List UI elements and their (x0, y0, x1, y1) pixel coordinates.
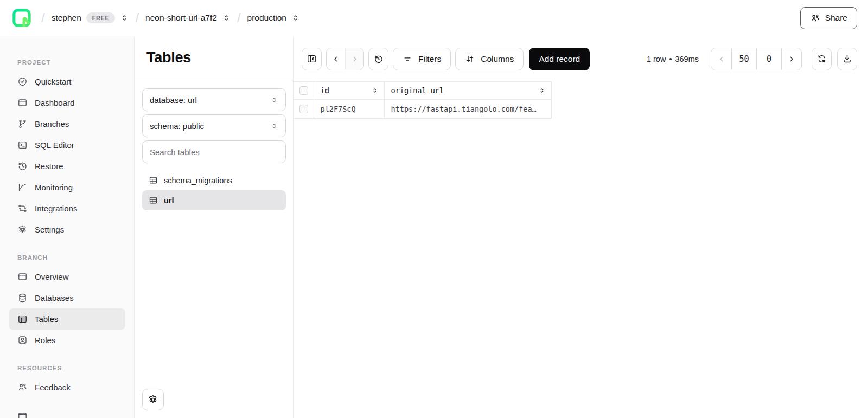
back-button[interactable] (327, 48, 345, 70)
sidebar-item-databases[interactable]: Databases (9, 287, 125, 308)
query-time: 369ms (675, 55, 699, 63)
page-prev-button[interactable] (711, 48, 731, 70)
search-tables-input[interactable] (142, 140, 286, 163)
columns-button-label: Columns (481, 54, 514, 64)
sidebar-section-branch: BRANCH (17, 254, 117, 261)
select-all-checkbox[interactable] (299, 86, 308, 95)
schema-select-value: schema: public (150, 121, 204, 131)
top-bar: / stephen FREE / neon-short-url-a7f2 / p… (0, 0, 868, 36)
window-icon (17, 411, 28, 418)
header-checkbox-cell (294, 82, 314, 100)
sidebar-item-label: Settings (35, 225, 64, 234)
data-grid: id original_url (294, 81, 868, 418)
page-next-button[interactable] (781, 48, 801, 70)
tables-panel: Tables database: url schema: public sche… (135, 36, 294, 418)
column-name: original_url (391, 86, 444, 95)
sidebar-item-dashboard[interactable]: Dashboard (9, 92, 125, 113)
sidebar-item-label: Quickstart (35, 77, 72, 86)
org-name: stephen (52, 13, 81, 23)
column-header-id[interactable]: id (314, 82, 384, 100)
columns-button[interactable]: Columns (455, 48, 524, 70)
cell-id[interactable]: pl2F7ScQ (314, 100, 384, 119)
sliders-icon (465, 54, 475, 64)
table-list-item-url[interactable]: url (142, 190, 286, 210)
window-icon (17, 272, 28, 282)
table-name: url (164, 196, 174, 205)
chevron-right-icon (787, 55, 796, 63)
breadcrumb-project[interactable]: neon-short-url-a7f2 (145, 13, 231, 23)
database-icon (17, 293, 28, 303)
git-branch-icon (17, 119, 28, 129)
sidebar-item-label: Overview (35, 272, 69, 281)
table-icon (149, 196, 158, 205)
forward-button[interactable] (345, 48, 363, 70)
share-button[interactable]: Share (800, 7, 857, 29)
sidebar-item-monitoring[interactable]: Monitoring (9, 177, 125, 198)
page-size-value[interactable]: 50 (731, 48, 756, 70)
users-icon (17, 382, 28, 393)
sidebar-item-branches[interactable]: Branches (9, 113, 125, 134)
records-table: id original_url (294, 81, 552, 119)
sidebar-section-project: PROJECT (17, 59, 117, 66)
neon-logo-icon[interactable] (12, 8, 31, 28)
database-select-value: database: url (150, 95, 197, 105)
project-name: neon-short-url-a7f2 (145, 13, 217, 23)
sidebar-item-label: SQL Editor (35, 140, 74, 150)
breadcrumb-separator: / (237, 10, 241, 25)
sidebar-item-integrations[interactable]: Integrations (9, 198, 125, 219)
table-list-item-schema-migrations[interactable]: schema_migrations (142, 170, 286, 190)
cell-original-url[interactable]: https://fastapi.tiangolo.com/fea… (384, 100, 551, 119)
chevron-up-down-icon (270, 122, 278, 130)
sidebar-item-feedback[interactable]: Feedback (9, 377, 125, 398)
history-icon (374, 54, 384, 64)
add-record-button[interactable]: Add record (529, 48, 590, 70)
breadcrumb-separator: / (135, 10, 139, 25)
check-circle-icon (17, 76, 28, 87)
tables-panel-header: Tables (135, 36, 293, 81)
breadcrumb-org[interactable]: stephen FREE (52, 12, 129, 23)
sidebar-item-label: Feedback (35, 383, 71, 392)
panel-settings-button[interactable] (142, 389, 164, 410)
cell-value: pl2F7ScQ (321, 105, 356, 113)
chevron-up-down-icon[interactable] (222, 14, 231, 22)
database-select[interactable]: database: url (142, 88, 286, 111)
sidebar-item-tables[interactable]: Tables (9, 308, 125, 330)
column-header-original-url[interactable]: original_url (384, 82, 551, 100)
sidebar-item-overview[interactable]: Overview (9, 266, 125, 287)
page-offset-value[interactable]: 0 (756, 48, 781, 70)
sidebar-item-label: Databases (35, 293, 74, 303)
sidebar-item-sql-editor[interactable]: SQL Editor (9, 134, 125, 156)
collapse-panel-button[interactable] (302, 48, 322, 70)
history-nav-group (326, 48, 364, 70)
row-checkbox[interactable] (299, 105, 308, 113)
sidebar-item-quickstart[interactable]: Quickstart (9, 71, 125, 92)
sidebar-item-label: Monitoring (35, 183, 73, 192)
filters-button[interactable]: Filters (393, 48, 451, 70)
branch-name: production (247, 13, 286, 23)
result-status: 1 row • 369ms (647, 55, 699, 63)
pagination-group: 50 0 (711, 48, 802, 70)
sidebar-item-settings[interactable]: Settings (9, 219, 125, 240)
row-count: 1 row (647, 55, 666, 63)
sort-icon[interactable] (371, 87, 379, 94)
export-button[interactable] (837, 48, 857, 70)
chevron-right-icon (350, 55, 359, 63)
chevron-up-down-icon[interactable] (120, 14, 129, 22)
chevron-up-down-icon[interactable] (291, 14, 300, 22)
table-icon (17, 314, 28, 324)
query-history-button[interactable] (368, 48, 388, 70)
sidebar: PROJECT Quickstart Dashboard Branches SQ… (0, 36, 135, 418)
sidebar-item-label: Branches (35, 119, 69, 128)
refresh-icon (816, 54, 827, 64)
schema-select[interactable]: schema: public (142, 114, 286, 137)
users-icon (810, 13, 820, 23)
sidebar-item-roles[interactable]: Roles (9, 330, 125, 351)
app-window: / stephen FREE / neon-short-url-a7f2 / p… (0, 0, 868, 418)
filter-icon (403, 54, 412, 64)
sidebar-item-partial[interactable] (9, 406, 125, 418)
sort-icon[interactable] (538, 87, 546, 94)
sidebar-item-restore[interactable]: Restore (9, 156, 125, 177)
gear-icon (17, 224, 28, 235)
breadcrumb-branch[interactable]: production (247, 13, 300, 23)
refresh-button[interactable] (812, 48, 832, 70)
